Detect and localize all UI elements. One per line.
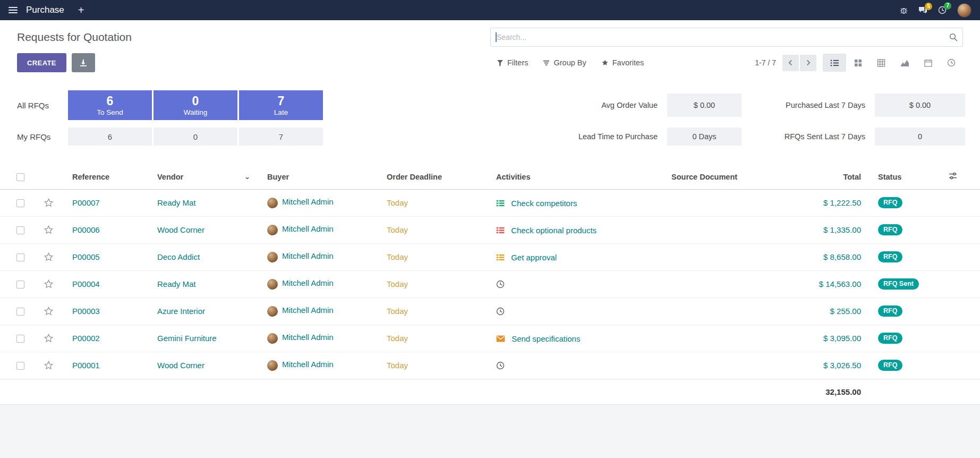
buyer-avatar xyxy=(267,198,278,208)
source-document-cell xyxy=(663,325,777,352)
search-input[interactable] xyxy=(490,28,963,47)
activity-clock-icon[interactable] xyxy=(496,361,505,370)
vendor-link[interactable]: Ready Mat xyxy=(157,279,196,289)
messages-icon[interactable]: 5 xyxy=(918,6,927,14)
activity-summary[interactable]: Send specifications xyxy=(512,334,580,343)
favorite-star-icon[interactable] xyxy=(44,198,54,208)
vendor-link[interactable]: Wood Corner xyxy=(157,225,204,234)
activity-envelope-icon[interactable] xyxy=(496,335,505,342)
column-header-vendor[interactable]: Vendor⌄ xyxy=(149,165,259,189)
view-calendar-icon[interactable] xyxy=(916,54,940,72)
sort-chevron-icon[interactable]: ⌄ xyxy=(244,173,250,181)
view-kanban-icon[interactable] xyxy=(846,54,870,72)
view-pivot-icon[interactable] xyxy=(870,54,893,72)
vendor-link[interactable]: Azure Interior xyxy=(157,307,205,316)
vendor-link[interactable]: Ready Mat xyxy=(157,198,196,207)
vendor-link[interactable]: Wood Corner xyxy=(157,361,204,370)
favorite-star-icon[interactable] xyxy=(44,279,54,289)
column-header-total[interactable]: Total xyxy=(777,165,870,189)
activity-tasks-icon[interactable] xyxy=(496,200,505,207)
column-header-reference[interactable]: Reference xyxy=(64,165,149,189)
chevron-left-icon xyxy=(788,60,793,66)
messages-badge: 5 xyxy=(925,3,932,10)
table-row[interactable]: P00006 Wood Corner Mitchell Admin Today … xyxy=(0,216,980,243)
view-activity-icon[interactable] xyxy=(940,54,963,72)
column-header-deadline[interactable]: Order Deadline xyxy=(378,165,488,189)
reference-link[interactable]: P00005 xyxy=(72,252,100,261)
buyer-link[interactable]: Mitchell Admin xyxy=(282,278,334,287)
user-avatar[interactable] xyxy=(957,3,972,18)
activity-clock-icon[interactable] xyxy=(496,307,505,316)
pager-previous-button[interactable] xyxy=(782,55,799,71)
tile-late[interactable]: 7 Late xyxy=(239,90,323,120)
export-button[interactable] xyxy=(72,53,95,72)
row-checkbox[interactable] xyxy=(16,199,24,207)
tile-waiting[interactable]: 0 Waiting xyxy=(154,90,237,120)
row-checkbox[interactable] xyxy=(16,335,24,343)
favorites-button[interactable]: Favorites xyxy=(601,58,644,67)
buyer-avatar xyxy=(267,252,278,262)
table-row[interactable]: P00004 Ready Mat Mitchell Admin Today $ … xyxy=(0,270,980,298)
activity-tasks-icon[interactable] xyxy=(496,254,505,261)
buyer-link[interactable]: Mitchell Admin xyxy=(282,306,334,315)
favorite-star-icon[interactable] xyxy=(44,225,54,235)
table-row[interactable]: P00003 Azure Interior Mitchell Admin Tod… xyxy=(0,298,980,325)
reference-link[interactable]: P00004 xyxy=(72,279,100,289)
search-icon[interactable] xyxy=(949,33,958,44)
column-header-buyer[interactable]: Buyer xyxy=(259,165,378,189)
buyer-link[interactable]: Mitchell Admin xyxy=(282,360,334,369)
buyer-link[interactable]: Mitchell Admin xyxy=(282,224,334,233)
apps-menu-icon[interactable] xyxy=(8,7,18,13)
new-tab-button[interactable]: + xyxy=(78,5,84,15)
filters-button[interactable]: Filters xyxy=(497,58,528,67)
buyer-link[interactable]: Mitchell Admin xyxy=(282,197,334,206)
view-list-icon[interactable] xyxy=(823,54,846,72)
buyer-link[interactable]: Mitchell Admin xyxy=(282,251,334,260)
row-checkbox[interactable] xyxy=(16,281,24,289)
activities-clock-icon[interactable]: 7 xyxy=(938,6,947,14)
view-graph-icon[interactable] xyxy=(893,54,916,72)
optional-columns-icon[interactable] xyxy=(949,172,957,180)
column-header-activities[interactable]: Activities xyxy=(488,165,663,189)
table-row[interactable]: P00005 Deco Addict Mitchell Admin Today … xyxy=(0,243,980,270)
activity-summary[interactable]: Check optional products xyxy=(511,226,596,235)
column-header-source[interactable]: Source Document xyxy=(663,165,777,189)
favorite-star-icon[interactable] xyxy=(44,252,54,262)
reference-link[interactable]: P00006 xyxy=(72,225,100,234)
favorite-star-icon[interactable] xyxy=(44,360,54,370)
vendor-link[interactable]: Deco Addict xyxy=(157,252,200,261)
reference-link[interactable]: P00003 xyxy=(72,307,100,316)
reference-link[interactable]: P00002 xyxy=(72,334,100,343)
purchased-last-7-days-label: Purchased Last 7 Days xyxy=(751,101,865,109)
text-caret xyxy=(496,32,497,42)
table-row[interactable]: P00002 Gemini Furniture Mitchell Admin T… xyxy=(0,325,980,352)
my-tile-late[interactable]: 7 xyxy=(239,128,323,146)
group-by-button[interactable]: Group By xyxy=(543,58,586,67)
pager-next-button[interactable] xyxy=(800,55,816,71)
select-all-checkbox[interactable] xyxy=(16,173,24,181)
table-row[interactable]: P00007 Ready Mat Mitchell Admin Today Ch… xyxy=(0,189,980,216)
debug-bug-icon[interactable] xyxy=(900,6,908,14)
my-tile-to-send[interactable]: 6 xyxy=(68,128,152,146)
tile-to-send[interactable]: 6 To Send xyxy=(68,90,152,120)
create-button[interactable]: CREATE xyxy=(17,53,66,72)
row-checkbox[interactable] xyxy=(16,308,24,316)
column-header-status[interactable]: Status xyxy=(870,165,925,189)
row-checkbox[interactable] xyxy=(16,362,24,370)
favorite-star-icon[interactable] xyxy=(44,333,54,343)
row-checkbox[interactable] xyxy=(16,253,24,261)
favorite-star-icon[interactable] xyxy=(44,306,54,316)
search-bar xyxy=(490,28,963,47)
buyer-link[interactable]: Mitchell Admin xyxy=(282,333,334,342)
reference-link[interactable]: P00001 xyxy=(72,361,100,370)
my-tile-waiting[interactable]: 0 xyxy=(154,128,237,146)
activity-clock-icon[interactable] xyxy=(496,280,505,289)
reference-link[interactable]: P00007 xyxy=(72,198,100,207)
app-name[interactable]: Purchase xyxy=(26,5,64,15)
activity-summary[interactable]: Check competitors xyxy=(511,199,577,208)
table-row[interactable]: P00001 Wood Corner Mitchell Admin Today … xyxy=(0,352,980,379)
activity-summary[interactable]: Get approval xyxy=(511,253,557,262)
vendor-link[interactable]: Gemini Furniture xyxy=(157,334,217,343)
activity-tasks-icon[interactable] xyxy=(496,227,505,234)
row-checkbox[interactable] xyxy=(16,226,24,234)
